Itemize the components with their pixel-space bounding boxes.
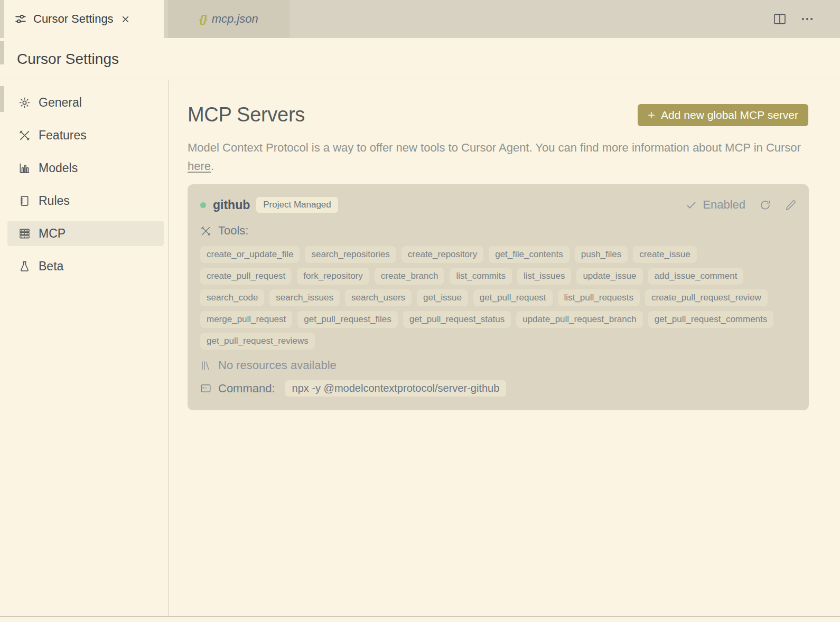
flask-icon — [18, 260, 31, 272]
project-managed-badge: Project Managed — [256, 197, 338, 213]
tool-tag: get_pull_request_status — [403, 311, 511, 328]
sidebar-item-label: MCP — [39, 227, 66, 241]
here-link[interactable]: here — [188, 159, 211, 173]
settings-sidebar: General Features Models — [0, 80, 169, 616]
server-stack-icon — [18, 228, 31, 240]
enabled-label: Enabled — [703, 198, 745, 212]
sidebar-item-features[interactable]: Features — [7, 122, 164, 148]
tab-bar-actions — [772, 0, 840, 38]
page-title: Cursor Settings — [17, 51, 119, 68]
tool-tag: merge_pull_request — [200, 311, 292, 328]
tool-tag: fork_repository — [297, 268, 369, 285]
sidebar-item-general[interactable]: General — [7, 90, 164, 115]
tool-tag: list_issues — [517, 268, 571, 285]
bar-chart-icon — [18, 162, 31, 174]
tool-tag: create_repository — [402, 246, 483, 263]
tool-tag: search_issues — [269, 289, 340, 306]
tool-tag: get_pull_request_reviews — [200, 333, 315, 350]
tools-icon — [18, 129, 31, 142]
command-value: npx -y @modelcontextprotocol/server-gith… — [285, 380, 507, 397]
refresh-icon[interactable] — [760, 200, 771, 211]
tool-tag: create_branch — [375, 268, 445, 285]
sidebar-item-label: Models — [39, 161, 78, 175]
add-button-label: Add new global MCP server — [661, 109, 798, 121]
tool-tag: create_issue — [633, 246, 696, 263]
sidebar-item-mcp[interactable]: MCP — [7, 221, 164, 246]
tool-tag: get_file_contents — [489, 246, 570, 263]
resources-text: No resources available — [218, 359, 337, 372]
library-icon — [200, 360, 211, 371]
tool-tag: push_files — [575, 246, 628, 263]
section-heading: MCP Servers — [188, 103, 305, 126]
left-edge-artifact — [0, 86, 4, 112]
description-period: . — [211, 159, 214, 173]
tab-mcp-json[interactable]: {} mcp.json — [168, 0, 290, 38]
plus-icon: + — [648, 109, 655, 121]
add-global-mcp-server-button[interactable]: + Add new global MCP server — [638, 104, 808, 126]
gear-icon — [18, 97, 31, 109]
tool-tag: get_pull_request — [473, 289, 553, 306]
tool-tag: search_users — [345, 289, 412, 306]
tool-tag-list: create_or_update_file search_repositorie… — [200, 246, 787, 350]
editor-tab-bar: Cursor Settings {} mcp.json — [0, 0, 840, 38]
tool-tag: update_pull_request_branch — [516, 311, 643, 328]
server-name: github — [213, 198, 250, 212]
tab-cursor-settings[interactable]: Cursor Settings — [4, 0, 164, 38]
tool-tag: get_pull_request_comments — [648, 311, 774, 328]
ruled-page-icon — [18, 195, 31, 207]
close-icon[interactable] — [121, 15, 130, 24]
enabled-toggle[interactable]: Enabled — [686, 198, 745, 212]
settings-page-header: Cursor Settings — [0, 38, 840, 80]
description-text: Model Context Protocol is a way to offer… — [188, 141, 801, 154]
sidebar-item-beta[interactable]: Beta — [7, 253, 164, 279]
tool-tag: search_code — [200, 289, 264, 306]
sidebar-item-rules[interactable]: Rules — [7, 188, 164, 213]
split-editor-icon[interactable] — [772, 12, 787, 26]
tab-label: mcp.json — [212, 12, 258, 26]
more-actions-icon[interactable] — [800, 12, 815, 26]
tool-tag: get_pull_request_files — [297, 311, 397, 328]
tools-label: Tools: — [218, 224, 248, 238]
tool-tag: add_issue_comment — [648, 268, 744, 285]
sidebar-item-models[interactable]: Models — [7, 155, 164, 181]
tab-label: Cursor Settings — [33, 12, 114, 26]
tool-tag: get_issue — [417, 289, 468, 306]
command-label: Command: — [218, 382, 275, 395]
sidebar-item-label: Features — [39, 128, 87, 143]
sliders-icon — [15, 13, 26, 25]
tool-tag: update_issue — [576, 268, 642, 285]
sidebar-item-label: Beta — [39, 259, 63, 274]
edit-pencil-icon[interactable] — [785, 200, 796, 211]
terminal-icon: C:\ — [200, 383, 211, 394]
mcp-settings-panel: MCP Servers + Add new global MCP server … — [169, 80, 840, 616]
left-edge-artifact — [0, 41, 4, 64]
bottom-edge — [0, 617, 840, 621]
tool-tag: search_repositories — [305, 246, 396, 263]
sidebar-item-label: Rules — [39, 194, 70, 208]
tool-tag: create_pull_request_review — [645, 289, 768, 306]
sidebar-item-label: General — [39, 96, 82, 110]
check-icon — [686, 200, 697, 211]
svg-text:C:\: C:\ — [202, 386, 207, 390]
mcp-description: Model Context Protocol is a way to offer… — [188, 138, 808, 175]
tools-icon — [200, 225, 211, 237]
mcp-server-card-github: github Project Managed Enabled — [188, 184, 809, 410]
server-status-dot — [200, 202, 206, 208]
tool-tag: list_pull_requests — [558, 289, 640, 306]
json-braces-icon: {} — [199, 13, 207, 25]
tool-tag: list_commits — [450, 268, 512, 285]
tool-tag: create_pull_request — [200, 268, 292, 285]
tool-tag: create_or_update_file — [200, 246, 300, 263]
